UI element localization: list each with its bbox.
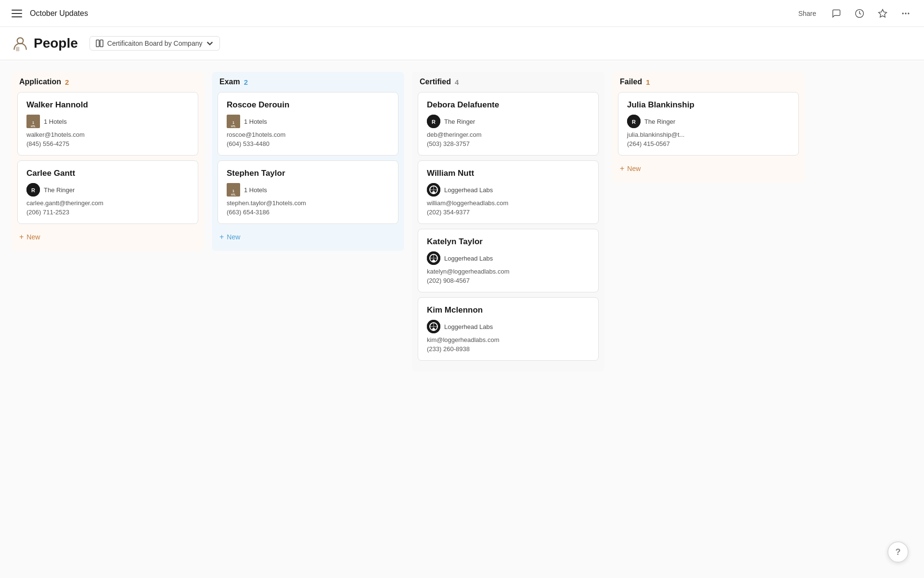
favorite-icon[interactable] — [876, 7, 889, 20]
svg-point-27 — [432, 260, 435, 263]
svg-point-24 — [432, 191, 435, 194]
company-name: 1 Hotels — [44, 118, 67, 125]
column-count-certified: 4 — [455, 78, 459, 86]
card-certified-1[interactable]: William NuttLoggerhead Labswilliam@logge… — [418, 160, 599, 224]
svg-text:1: 1 — [32, 121, 34, 124]
chevron-down-icon — [206, 39, 214, 47]
ringer-logo: R — [26, 183, 40, 197]
card-name: Debora Delafuente — [427, 100, 590, 110]
svg-text:HTL: HTL — [231, 193, 236, 196]
card-company: 1HTL1 Hotels — [227, 183, 389, 197]
company-name: Loggerhead Labs — [444, 323, 493, 330]
card-email: julia.blankinship@t... — [627, 131, 790, 138]
view-selector[interactable]: Certificaiton Board by Company — [90, 36, 220, 51]
card-name: Roscoe Derouin — [227, 100, 389, 110]
column-application: Application2Walker Hannold1HTL1 Hotelswa… — [12, 72, 204, 569]
share-button[interactable]: Share — [795, 8, 820, 19]
people-title: People — [34, 36, 78, 51]
card-company: RThe Ringer — [627, 115, 790, 128]
column-title-exam: Exam — [219, 78, 240, 86]
card-company: Loggerhead Labs — [427, 320, 590, 333]
card-phone: (663) 654-3186 — [227, 209, 389, 216]
card-application-1[interactable]: Carlee GanttRThe Ringercarlee.gantt@ther… — [17, 160, 198, 224]
1hotels-logo: 1HTL — [26, 115, 40, 128]
company-name: Loggerhead Labs — [444, 186, 493, 194]
column-header-application: Application2 — [17, 78, 198, 86]
ringer-logo: R — [427, 115, 440, 128]
svg-text:R: R — [432, 119, 436, 125]
svg-text:1: 1 — [232, 189, 234, 193]
new-button-exam[interactable]: +New — [218, 229, 398, 245]
card-exam-1[interactable]: Stephen Taylor1HTL1 Hotelsstephen.taylor… — [218, 160, 398, 224]
card-email: katelyn@loggerheadlabs.com — [427, 268, 590, 275]
loggerhead-logo — [427, 320, 440, 333]
column-failed: Failed1Julia BlankinshipRThe Ringerjulia… — [612, 72, 805, 569]
card-company: Loggerhead Labs — [427, 183, 590, 197]
company-name: The Ringer — [444, 118, 475, 125]
menu-icon[interactable] — [12, 10, 22, 17]
svg-rect-7 — [96, 40, 99, 47]
history-icon[interactable] — [853, 7, 866, 20]
column-exam: Exam2Roscoe Derouin1HTL1 Hotelsroscoe@1h… — [212, 72, 404, 569]
svg-rect-8 — [100, 40, 103, 47]
board-view-icon — [96, 39, 103, 47]
svg-marker-1 — [879, 9, 887, 17]
column-header-failed: Failed1 — [618, 78, 799, 86]
column-header-certified: Certified4 — [418, 78, 599, 86]
column-certified: Certified4Debora DelafuenteRThe Ringerde… — [412, 72, 604, 569]
more-icon[interactable] — [899, 7, 912, 20]
card-name: Stephen Taylor — [227, 169, 389, 178]
card-certified-3[interactable]: Kim MclennonLoggerhead Labskim@loggerhea… — [418, 297, 599, 361]
svg-rect-6 — [16, 47, 19, 51]
card-exam-0[interactable]: Roscoe Derouin1HTL1 Hotelsroscoe@1hotels… — [218, 92, 398, 156]
company-name: The Ringer — [44, 186, 75, 194]
card-name: Katelyn Taylor — [427, 237, 590, 247]
top-bar-left: October Updates — [12, 9, 88, 18]
card-email: william@loggerheadlabs.com — [427, 199, 590, 207]
card-company: 1HTL1 Hotels — [227, 115, 389, 128]
svg-text:HTL: HTL — [231, 125, 236, 128]
card-phone: (202) 908-4567 — [427, 277, 590, 284]
card-certified-0[interactable]: Debora DelafuenteRThe Ringerdeb@theringe… — [418, 92, 599, 156]
card-failed-0[interactable]: Julia BlankinshipRThe Ringerjulia.blanki… — [618, 92, 799, 156]
column-count-exam: 2 — [244, 78, 248, 86]
card-company: 1HTL1 Hotels — [26, 115, 189, 128]
top-bar-right: Share — [795, 7, 912, 20]
svg-text:R: R — [31, 187, 35, 193]
card-email: stephen.taylor@1hotels.com — [227, 199, 389, 207]
card-phone: (233) 260-8938 — [427, 345, 590, 353]
people-title-group: People — [12, 35, 78, 52]
card-name: William Nutt — [427, 169, 590, 178]
card-name: Kim Mclennon — [427, 305, 590, 315]
card-email: kim@loggerheadlabs.com — [427, 336, 590, 343]
svg-point-3 — [905, 13, 906, 14]
card-name: Walker Hannold — [26, 100, 189, 110]
card-certified-2[interactable]: Katelyn TaylorLoggerhead Labskatelyn@log… — [418, 229, 599, 292]
card-application-0[interactable]: Walker Hannold1HTL1 Hotelswalker@1hotels… — [17, 92, 198, 156]
board: Application2Walker Hannold1HTL1 Hotelswa… — [0, 60, 924, 578]
card-name: Julia Blankinship — [627, 100, 790, 110]
card-phone: (206) 711-2523 — [26, 209, 189, 216]
help-button[interactable]: ? — [887, 541, 909, 563]
company-name: 1 Hotels — [244, 186, 267, 194]
card-phone: (604) 533-4480 — [227, 140, 389, 147]
new-button-failed[interactable]: +New — [618, 160, 799, 177]
card-company: Loggerhead Labs — [427, 251, 590, 265]
card-phone: (202) 354-9377 — [427, 209, 590, 216]
view-label: Certificaiton Board by Company — [107, 39, 203, 47]
comment-icon[interactable] — [830, 7, 843, 20]
page-title: October Updates — [30, 9, 88, 18]
svg-point-4 — [908, 13, 909, 14]
svg-text:R: R — [632, 119, 636, 125]
new-button-application[interactable]: +New — [17, 229, 198, 245]
card-email: carlee.gantt@theringer.com — [26, 199, 189, 207]
top-bar: October Updates Share — [0, 0, 924, 27]
sub-header: People Certificaiton Board by Company — [0, 27, 924, 60]
loggerhead-logo — [427, 183, 440, 197]
svg-point-2 — [902, 13, 904, 14]
column-title-application: Application — [19, 78, 61, 86]
card-phone: (503) 328-3757 — [427, 140, 590, 147]
column-title-certified: Certified — [420, 78, 451, 86]
column-count-failed: 1 — [646, 78, 650, 86]
card-company: RThe Ringer — [427, 115, 590, 128]
